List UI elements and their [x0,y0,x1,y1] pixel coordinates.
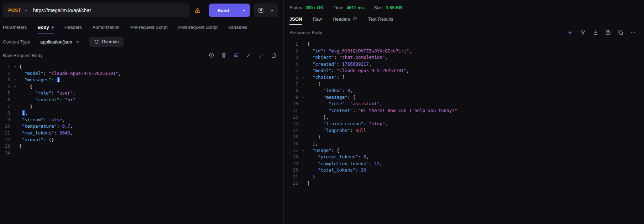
tab-headers[interactable]: Headers [64,21,82,34]
code-text: "finish_reason": "stop", [307,121,388,127]
filter-icon[interactable] [578,28,588,37]
line-number: 4 [0,83,11,90]
save-options-button[interactable] [266,5,277,16]
response-body-header: Response Body [284,26,644,39]
code-line[interactable]: 19 "completion_tokens": 12, [288,161,644,167]
code-line[interactable]: 2 "id": "msg_013fQcDVTZZw8YXcQEce7Lrj", [288,48,644,55]
format-icon[interactable] [232,51,241,60]
code-line[interactable]: 16 ], [288,141,644,147]
send-options-chevron-icon[interactable] [238,4,250,17]
content-type-select[interactable]: application/json [40,39,79,45]
tab-authorization[interactable]: Authorization [93,21,120,34]
code-line[interactable]: 9▾ "message": { [288,94,644,101]
code-line[interactable]: 4▾ { [0,83,283,90]
format-icon[interactable] [566,28,575,37]
code-line[interactable]: 14 [0,150,283,157]
tab-label: Headers [64,25,82,30]
code-line[interactable]: 2 "model": "claude-opus-4-5-20251101", [0,70,283,77]
code-line[interactable]: 14 "logprobs": null [288,127,644,134]
fold-toggle-icon[interactable]: ▾ [299,41,307,48]
line-number: 9 [0,117,11,123]
magic-wand-icon[interactable] [244,51,253,60]
code-line[interactable]: 22} [288,180,644,187]
tab-parameters[interactable]: Parameters [3,21,27,34]
request-body-editor[interactable]: 1▾{2 "model": "claude-opus-4-5-20251101"… [0,61,283,224]
fold-toggle-icon[interactable]: ▾ [299,81,307,88]
download-icon[interactable] [591,28,600,37]
tab-pre-request-script[interactable]: Pre-request Script [130,21,168,34]
code-line[interactable]: 11 "content": "Hi there! How can I help … [288,107,644,114]
code-line[interactable]: 3▾ "messages": [ [0,77,283,83]
more-icon[interactable] [628,28,638,37]
tab-post-request-script[interactable]: Post-request Script [178,21,218,34]
code-line[interactable]: 7▾ { [288,81,644,88]
code-line[interactable]: 8 "index": 0, [288,87,644,94]
status-label: Status: [289,5,303,10]
code-line[interactable]: 12 }, [288,114,644,121]
code-line[interactable]: 10 "role": "assistant", [288,101,644,107]
url-input[interactable]: https://megallm.io/api/chat [33,7,91,13]
line-number: 1 [288,41,299,48]
fold-toggle-icon[interactable]: ▾ [299,147,307,154]
line-number: 22 [288,180,299,187]
response-tab-test-results[interactable]: Test Results [368,12,393,26]
code-line[interactable]: 8 ], [0,110,283,117]
response-body-viewer[interactable]: 1▾{2 "id": "msg_013fQcDVTZZw8YXcQEce7Lrj… [284,39,644,224]
code-line[interactable]: 21 } [288,174,644,180]
code-line[interactable]: 4 "created": 1766689217, [288,61,644,68]
warning-icon[interactable] [194,7,200,14]
status-value: 200 • OK [305,5,324,10]
fold-gutter [11,130,19,137]
line-number: 12 [0,137,11,143]
override-button[interactable]: Override [89,37,124,47]
fold-toggle-icon[interactable]: ▾ [11,63,19,70]
content-type-value: application/json [40,39,72,45]
code-text: "object": "chat.completion", [307,54,388,61]
code-line[interactable]: 12 "signal": {} [0,137,283,143]
code-line[interactable]: 6 "content": "hi" [0,97,283,103]
fold-toggle-icon[interactable]: ▾ [299,94,307,101]
code-line[interactable]: 7 } [0,103,283,110]
fold-gutter [11,90,19,97]
code-line[interactable]: 5 "role": "user", [0,90,283,97]
code-line[interactable]: 1▾{ [288,41,644,48]
code-line[interactable]: 11 "max_tokens": 2048, [0,130,283,137]
fold-toggle-icon[interactable]: ▾ [299,74,307,81]
code-line[interactable]: 13} [0,143,283,150]
code-line[interactable]: 13 "finish_reason": "stop", [288,121,644,127]
code-line[interactable]: 1▾{ [0,63,283,70]
response-tab-json[interactable]: JSON [289,12,302,26]
code-line[interactable]: 18 "prompt_tokens": 8, [288,154,644,161]
tab-variables[interactable]: Variables [228,21,247,34]
fold-gutter [11,103,19,110]
copy-icon[interactable] [616,28,625,37]
code-line[interactable]: 20 "total_tokens": 20 [288,167,644,174]
save-button[interactable] [256,5,266,16]
send-button[interactable]: Send [209,4,238,17]
line-number: 9 [288,94,299,101]
tab-label: Headers [333,16,350,22]
code-line[interactable]: 9 "stream": false, [0,117,283,123]
fold-toggle-icon[interactable]: ▾ [11,77,19,83]
save-icon[interactable] [603,28,613,37]
tab-label: Pre-request Script [130,25,168,30]
code-line[interactable]: 17▾ "usage": { [288,147,644,154]
code-line[interactable]: 5 "model": "claude-opus-4-5-20251101", [288,67,644,74]
tab-body[interactable]: Body [37,21,54,34]
code-line[interactable]: 10 "temperature": 0.7, [0,123,283,130]
response-tab-raw[interactable]: Raw [313,12,322,26]
delete-icon[interactable] [219,51,229,60]
help-icon[interactable] [207,51,216,60]
fold-toggle-icon[interactable]: ▾ [11,83,19,90]
code-line[interactable]: 3 "object": "chat.completion", [288,54,644,61]
response-tab-headers[interactable]: Headers22 [333,12,357,26]
method-selector[interactable]: POST [3,4,33,17]
code-line[interactable]: 15 } [288,134,644,141]
code-line[interactable]: 6▾ "choices": [ [288,74,644,81]
ai-sparkles-icon[interactable] [257,51,266,60]
code-text: "model": "claude-opus-4-5-20251101", [19,70,121,77]
size-value: 1.55 KB [386,5,402,10]
code-text: "logprobs": null [307,127,366,134]
file-icon[interactable] [269,51,278,60]
code-text: "role": "user", [19,90,75,97]
